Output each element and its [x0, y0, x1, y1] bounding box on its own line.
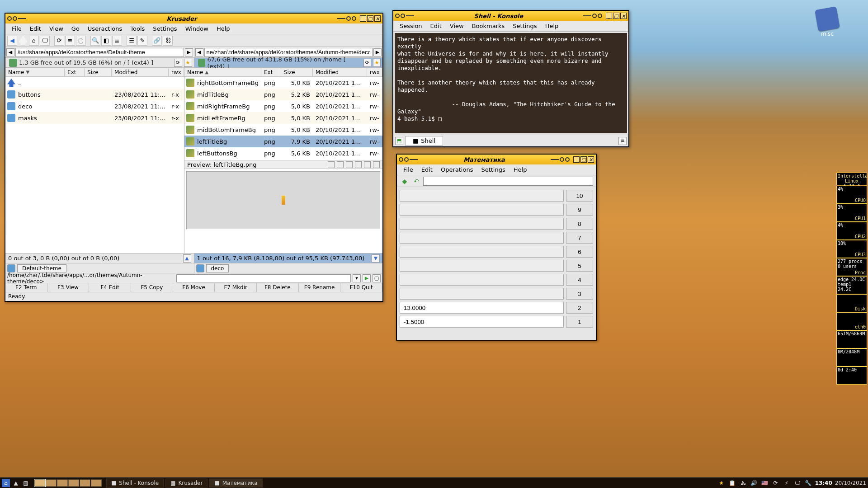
clock-time[interactable]: 13:40 — [815, 480, 832, 486]
col-name[interactable]: Name ▼ — [5, 68, 65, 76]
menu-settings[interactable]: Settings — [509, 21, 540, 31]
table-row[interactable]: midTitleBg png 5,2 KB 20/10/2021 12:.. r… — [184, 89, 382, 100]
titlebar[interactable]: Shell - Konsole _ ▢ × — [393, 11, 628, 21]
stack-level-button[interactable]: 3 — [566, 288, 593, 300]
go-icon[interactable]: ▶ — [373, 48, 382, 56]
sync-icon[interactable]: ≡ — [65, 36, 75, 46]
history-icon[interactable]: ◀ — [195, 48, 203, 56]
disconnect-icon[interactable]: ⛓ — [163, 36, 173, 46]
col-modified[interactable]: Modified — [112, 68, 169, 76]
minimize-icon[interactable]: _ — [360, 15, 366, 22]
desktop-icon[interactable]: misc — [815, 8, 840, 37]
left-tab[interactable]: Default-theme — [17, 264, 66, 272]
menu-file[interactable]: File — [8, 24, 25, 33]
column-headers[interactable]: Name ▲ Ext Size Modified rwx — [184, 68, 382, 77]
workspace-6[interactable] — [91, 479, 102, 487]
preview-btn[interactable] — [337, 161, 344, 168]
stack-value[interactable] — [400, 246, 564, 258]
scroll-icon[interactable]: ▲ — [183, 254, 191, 263]
right-tab[interactable]: deco — [206, 264, 229, 272]
workspace-3[interactable] — [57, 479, 68, 487]
stack-value[interactable] — [400, 274, 564, 286]
menu-settings[interactable]: Settings — [477, 165, 509, 174]
breadcrumb[interactable]: /home/zhar/.tde/share/apps/...or/themes/… — [7, 272, 175, 285]
start-menu-icon[interactable]: ⌂ — [2, 479, 10, 487]
enter-icon[interactable]: ◆ — [400, 176, 410, 186]
preview-btn[interactable] — [355, 161, 362, 168]
tray-update-icon[interactable]: ⟳ — [772, 479, 780, 487]
scroll-icon[interactable]: ▼ — [372, 254, 380, 263]
workspace-1[interactable] — [34, 479, 45, 487]
tray-network-icon[interactable]: 🖧 — [739, 479, 747, 487]
table-row[interactable]: midBottomFrameBg png 5,0 KB 20/10/2021 1… — [184, 124, 382, 136]
menu-tools[interactable]: Tools — [127, 24, 148, 33]
taskbar-icon[interactable]: ▲ — [12, 479, 20, 487]
f7-button[interactable]: F7 Mkdir — [215, 283, 257, 292]
right-path-input[interactable] — [204, 48, 373, 57]
menu-view[interactable]: View — [446, 21, 467, 31]
edit-icon[interactable]: ✎ — [137, 36, 147, 46]
f5-button[interactable]: F5 Copy — [131, 283, 173, 292]
table-row[interactable]: buttons 23/08/2021 11:30 r-x — [5, 89, 184, 100]
stack-value[interactable] — [400, 288, 564, 300]
menu-session[interactable]: Session — [396, 21, 426, 31]
tray-display-icon[interactable]: 🖵 — [793, 479, 802, 487]
task-button[interactable]: ■Shell - Konsole — [106, 479, 164, 488]
col-rwx[interactable]: rwx — [367, 68, 382, 76]
maximize-icon[interactable]: ▢ — [613, 13, 619, 19]
column-headers[interactable]: Name ▼ Ext Size Modified rwx — [5, 68, 184, 77]
preview-btn[interactable] — [373, 161, 380, 168]
table-row[interactable]: deco 23/08/2021 11:30 r-x — [5, 100, 184, 112]
menu-view[interactable]: View — [46, 24, 67, 33]
terminal-icon[interactable]: ▢ — [76, 36, 86, 46]
stack-value[interactable] — [400, 218, 564, 230]
workspace-5[interactable] — [80, 479, 90, 487]
col-modified[interactable]: Modified — [313, 68, 367, 76]
close-icon[interactable]: × — [620, 13, 627, 19]
f3-button[interactable]: F3 View — [47, 283, 90, 292]
col-rwx[interactable]: rwx — [169, 68, 184, 76]
col-ext[interactable]: Ext — [65, 68, 85, 76]
workspace-4[interactable] — [68, 479, 79, 487]
preview-btn[interactable] — [346, 161, 353, 168]
terminal[interactable]: There is a theory which states that if e… — [395, 33, 627, 133]
connect-icon[interactable]: 🔗 — [152, 36, 162, 46]
f2-button[interactable]: F2 Term — [5, 283, 47, 292]
stack-value[interactable] — [400, 260, 564, 272]
preview-btn[interactable] — [364, 161, 371, 168]
refresh-icon[interactable]: ⟳ — [363, 59, 371, 67]
maximize-icon[interactable]: ▢ — [367, 15, 373, 22]
stack-value[interactable] — [400, 302, 564, 314]
star-icon[interactable]: ★ — [184, 59, 192, 67]
menu-operations[interactable]: Operations — [437, 165, 476, 174]
minimize-icon[interactable]: _ — [606, 13, 612, 19]
preview-btn[interactable] — [328, 161, 335, 168]
taskbar-icon[interactable]: ▧ — [22, 479, 30, 487]
table-row[interactable]: masks 23/08/2021 11:30 r-x — [5, 112, 184, 124]
pager[interactable] — [34, 479, 102, 487]
titlebar[interactable]: Krusader _ ▢ × — [5, 14, 382, 23]
stack-value[interactable] — [400, 232, 564, 244]
tray-star-icon[interactable]: ★ — [717, 479, 726, 487]
run-icon[interactable]: ▶ — [363, 274, 371, 282]
stack-level-button[interactable]: 6 — [566, 246, 593, 258]
task-button[interactable]: ■Математика — [209, 479, 262, 488]
table-row[interactable]: .. — [5, 77, 184, 89]
menu-go[interactable]: Go — [68, 24, 83, 33]
view-icon[interactable]: ☰ — [127, 36, 137, 46]
stack-level-button[interactable]: 1 — [566, 316, 593, 328]
col-size[interactable]: Size — [85, 68, 112, 76]
close-icon[interactable]: × — [588, 156, 594, 163]
titlebar[interactable]: Математика _ ▢ × — [397, 155, 596, 164]
history-icon[interactable]: ◀ — [6, 48, 14, 56]
stack-level-button[interactable]: 10 — [566, 190, 593, 202]
file-list[interactable]: rightBottomFrameBg png 5,0 KB 20/10/2021… — [184, 77, 382, 160]
up-icon[interactable] — [18, 36, 28, 46]
menu-bookmarks[interactable]: Bookmarks — [468, 21, 509, 31]
compare-icon[interactable]: 🔍 — [90, 36, 100, 46]
table-row[interactable]: leftTitleBg png 7,9 KB 20/10/2021 13:.. … — [184, 136, 382, 147]
maximize-icon[interactable]: ▢ — [580, 156, 587, 163]
left-path-input[interactable] — [15, 48, 184, 57]
stack-level-button[interactable]: 9 — [566, 204, 593, 216]
col-ext[interactable]: Ext — [261, 68, 281, 76]
